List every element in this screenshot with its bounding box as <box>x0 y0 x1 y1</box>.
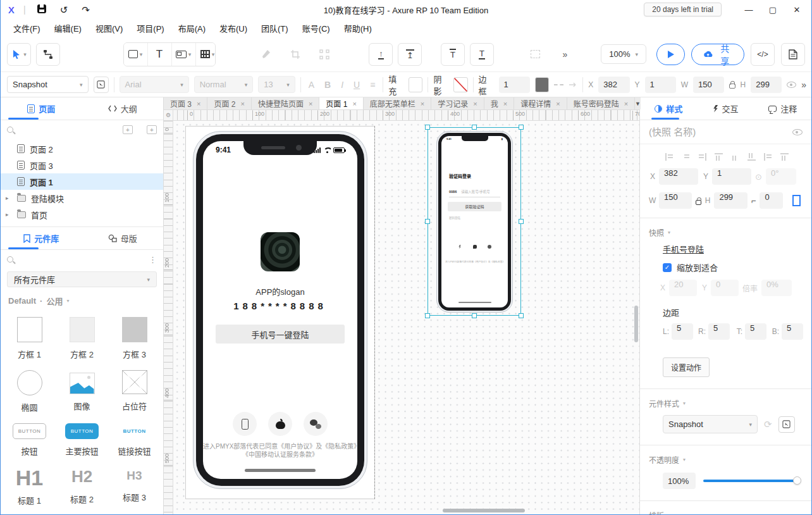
more-style-options-icon[interactable]: » <box>801 80 805 90</box>
one-key-login-button[interactable]: 手机号一键登陆 <box>216 325 345 344</box>
set-action-button[interactable]: 设置动作 <box>663 357 710 377</box>
resize-handle-e[interactable] <box>519 219 524 224</box>
lock-ratio-icon[interactable] <box>729 84 735 89</box>
tab-interaction[interactable]: 交互 <box>697 97 754 120</box>
select-corners-button[interactable] <box>790 193 803 208</box>
mobile-login-button[interactable] <box>233 412 257 436</box>
page-item[interactable]: 页面 2 <box>1 140 163 157</box>
corner-radius-field[interactable]: 0 <box>760 192 783 209</box>
widget-link-button[interactable]: BUTTON链接按钮 <box>108 418 161 457</box>
inline-frame-tool-button[interactable]: ▾ <box>172 43 196 66</box>
wechat-login-button[interactable] <box>304 412 328 436</box>
library-group-header[interactable]: Default · 公用 ▾ <box>1 290 163 308</box>
app-logo-image[interactable] <box>261 232 300 271</box>
close-tab-icon[interactable]: × <box>624 100 628 108</box>
align-top-button[interactable]: T <box>441 43 465 66</box>
w-field[interactable]: 150 <box>693 77 724 93</box>
left-margin-field[interactable]: 5 <box>672 323 693 340</box>
maximize-button[interactable]: ▢ <box>762 1 784 18</box>
widget-style-section-header[interactable]: 元件样式 ▾ <box>640 394 811 413</box>
border-style-icon[interactable] <box>554 84 563 85</box>
send-to-back-button[interactable]: ↥ <box>398 43 422 66</box>
text-tool-button[interactable]: T <box>148 43 172 66</box>
zoom-level-select[interactable]: 100% ▾ <box>601 44 646 64</box>
shadow-swatch[interactable] <box>453 77 467 92</box>
expand-caret-icon[interactable]: ▸ <box>6 211 9 218</box>
search-icon[interactable] <box>7 127 13 133</box>
close-tab-icon[interactable]: × <box>556 100 560 108</box>
tab-library[interactable]: 元件库 <box>1 227 82 249</box>
bring-to-front-button[interactable]: ↑ <box>369 43 393 66</box>
right-margin-field[interactable]: 5 <box>708 323 730 340</box>
resize-handle-n[interactable] <box>472 125 477 130</box>
snapshot-page-link[interactable]: 手机号登陆 <box>663 243 704 255</box>
close-tab-icon[interactable]: × <box>503 100 507 108</box>
border-color-swatch[interactable] <box>535 77 549 92</box>
tab-pages[interactable]: 页面 <box>1 97 82 120</box>
select-tool-button[interactable]: ▾ <box>7 43 31 66</box>
widget-h1[interactable]: H1标题 1 <box>3 462 56 506</box>
align-bottom-button[interactable]: T <box>470 43 494 66</box>
y-field[interactable]: 1 <box>712 168 751 185</box>
widget-style-select[interactable]: Snapshot ▾ <box>663 415 758 433</box>
minimize-button[interactable]: — <box>738 1 760 18</box>
undo-button[interactable]: ↺ <box>58 4 71 16</box>
expand-caret-icon[interactable]: ▸ <box>6 195 9 201</box>
visibility-eye-icon[interactable] <box>792 129 803 135</box>
fill-swatch[interactable] <box>409 77 422 92</box>
folder-item[interactable]: ▸首页 <box>1 206 163 223</box>
widget-primary-button[interactable]: BUTTON主要按钮 <box>56 418 108 457</box>
h-field[interactable]: 299 <box>714 192 747 209</box>
style-preset-select[interactable]: Snapshot ▾ <box>7 76 89 93</box>
widget-image[interactable]: 图像 <box>56 365 108 413</box>
doc-tab[interactable]: 账号密码登陆× <box>567 97 635 109</box>
widget-horizontal-line[interactable] <box>108 511 161 514</box>
add-folder-button[interactable]: + <box>147 125 157 134</box>
resize-handle-nw[interactable] <box>425 125 430 130</box>
apply-style-button[interactable] <box>94 77 109 93</box>
opacity-section-header[interactable]: 不透明度 ▾ <box>640 450 811 469</box>
connector-tool-button[interactable] <box>36 43 60 66</box>
menu-edit[interactable]: 编辑(E) <box>48 20 88 37</box>
search-icon[interactable] <box>7 256 13 263</box>
h-field[interactable]: 299 <box>751 77 782 93</box>
menu-help[interactable]: 帮助(H) <box>338 20 378 37</box>
close-tab-icon[interactable]: × <box>240 100 244 108</box>
close-tab-icon[interactable]: × <box>473 100 477 108</box>
page-item[interactable]: 页面 3 <box>1 157 163 173</box>
fit-to-scale-checkbox-row[interactable]: ✓ 缩放到适合 <box>640 258 811 276</box>
table-tool-button[interactable]: ▾ <box>196 43 216 66</box>
vertical-scrollbar[interactable] <box>634 306 638 342</box>
ruler-settings-button[interactable]: ⚙ <box>164 110 173 121</box>
close-tab-icon[interactable]: × <box>421 100 424 108</box>
apple-login-button[interactable] <box>268 412 292 436</box>
close-tab-icon[interactable]: × <box>352 100 356 108</box>
widget-h2[interactable]: H2标题 2 <box>56 462 108 506</box>
doc-tab[interactable]: 页面 3× <box>164 97 207 109</box>
widget-box1[interactable]: 方框 1 <box>3 312 56 360</box>
documentation-button[interactable] <box>781 43 805 66</box>
app-slogan[interactable]: APP的slogan <box>203 285 357 297</box>
library-menu-kebab-icon[interactable]: ⋮ <box>149 255 157 264</box>
close-tab-icon[interactable]: × <box>197 100 200 108</box>
menu-arrange[interactable]: 布局(A) <box>172 20 212 37</box>
widget-paragraph[interactable]: P <box>56 511 108 514</box>
x-field[interactable]: 382 <box>659 168 698 185</box>
lock-ratio-icon[interactable] <box>696 200 701 205</box>
y-field[interactable]: 1 <box>645 77 676 93</box>
resize-handle-sw[interactable] <box>425 313 430 318</box>
widget-button[interactable]: BUTTON按钮 <box>3 418 56 457</box>
doc-tab[interactable]: 页面 2× <box>207 97 251 109</box>
library-filter-select[interactable]: 所有元件库 ▾ <box>7 271 157 287</box>
visibility-eye-icon[interactable] <box>787 82 796 88</box>
folder-item[interactable]: ▸登陆模块 <box>1 190 163 206</box>
tab-masters[interactable]: 母版 <box>82 227 164 249</box>
resize-handle-se[interactable] <box>519 313 524 318</box>
opacity-field[interactable]: 100% <box>663 473 696 489</box>
close-button[interactable]: ✕ <box>786 1 808 18</box>
design-canvas[interactable]: 9:41 APP的slogan <box>173 121 639 514</box>
bottom-margin-field[interactable]: 5 <box>782 323 803 340</box>
resize-handle-s[interactable] <box>472 313 477 318</box>
add-page-button[interactable]: + <box>123 125 133 134</box>
x-field[interactable]: 382 <box>598 77 629 93</box>
